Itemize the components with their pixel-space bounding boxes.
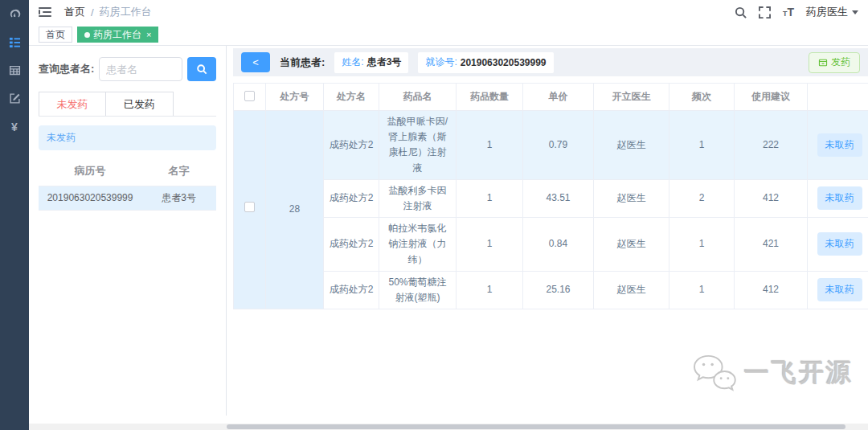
drug-name: 帕拉米韦氯化钠注射液（力纬） [379,218,457,272]
not-taken-button[interactable]: 未取药 [817,133,862,157]
not-taken-button[interactable]: 未取药 [817,278,862,301]
collapse-sidebar-icon[interactable] [39,7,51,17]
drug-qty: 1 [457,111,523,180]
prescription-no: 28 [266,111,324,309]
prescription-panel: < 当前患者: 姓名: 患者3号 就诊号: 2019063020539999 发… [230,46,868,416]
magnifier-icon [196,63,207,75]
fullscreen-icon[interactable] [759,6,771,18]
tab-pharmacy-label: 药房工作台 [93,28,141,42]
current-patient-bar: < 当前患者: 姓名: 患者3号 就诊号: 2019063020539999 发… [233,48,868,76]
rx-name: 成药处方2 [324,179,379,217]
breadcrumb-separator: / [91,6,94,18]
frequency: 1 [669,271,735,309]
sidebar-item-tables[interactable] [0,56,29,84]
dispense-icon [818,58,828,68]
doctor: 赵医生 [594,218,669,272]
col-advice: 使用建议 [735,84,808,111]
topnav-actions: TT 药房医生 [735,5,858,19]
user-menu[interactable]: 药房医生 [806,5,858,19]
sidebar-item-register[interactable] [0,84,29,113]
currency-yen-icon: ¥ [11,121,18,133]
doctor: 赵医生 [594,111,669,180]
edit-icon [9,92,21,104]
pharmacy-workstation-app: ¥ 首页 / 药房工作台 TT 药房医生 首页 药房工作台 [0,0,868,430]
row-checkbox[interactable] [244,202,255,212]
drug-qty: 1 [457,218,523,272]
sidebar-item-dashboard[interactable] [0,0,29,28]
patient-list-table: 病历号 名字 2019063020539999 患者3号 [39,157,216,211]
prescription-table: 处方号 处方名 药品名 药品数量 单价 开立医生 频次 使用建议 28 [233,83,868,309]
breadcrumb-current: 药房工作台 [100,5,152,19]
rx-name: 成药处方2 [324,111,379,180]
tab-home-label: 首页 [46,28,65,42]
patient-record-no: 2019063020539999 [39,186,141,210]
dispense-status-tabs: 未发药 已发药 [39,92,216,117]
patient-name: 患者3号 [141,186,216,210]
breadcrumb: 首页 / 药房工作台 [64,5,152,19]
frequency: 1 [669,111,735,180]
table-header-row: 处方号 处方名 药品名 药品数量 单价 开立医生 频次 使用建议 [234,84,868,111]
drug-row[interactable]: 成药处方2 盐酸利多卡因注射液 1 43.51 赵医生 2 412 未取药 [234,179,868,217]
sidebar-item-fees[interactable]: ¥ [0,113,29,141]
sidebar-item-pharmacy[interactable] [0,28,29,56]
tab-pharmacy-workstation[interactable]: 药房工作台 × [77,27,158,43]
col-qty: 药品数量 [457,84,523,111]
search-label: 查询患者名: [39,62,94,76]
col-patient-name: 名字 [141,157,216,186]
close-tab-icon[interactable]: × [146,31,151,39]
dispense-button[interactable]: 发药 [809,52,860,73]
drug-row[interactable]: 28 成药处方2 盐酸甲哌卡因/肾上腺素（斯康杜尼）注射液 1 0.79 赵医生… [234,111,868,180]
drug-name: 盐酸甲哌卡因/肾上腺素（斯康杜尼）注射液 [379,111,457,180]
top-navbar: 首页 / 药房工作台 TT 药房医生 [29,0,868,24]
active-dot-icon [84,32,90,38]
search-button[interactable] [187,57,216,81]
patient-row[interactable]: 2019063020539999 患者3号 [39,186,216,210]
usage-advice: 222 [735,111,808,180]
page-content: 查询患者名: 未发药 已发药 未发药 病历号 名字 [29,46,868,422]
usage-advice: 412 [735,271,808,309]
drug-qty: 1 [457,271,523,309]
current-patient-label: 当前患者: [280,55,325,70]
table-grid-icon [9,64,21,76]
patient-search-row: 查询患者名: [39,57,216,81]
doctor: 赵医生 [594,179,669,217]
tab-dispensed[interactable]: 已发药 [106,92,174,116]
dispense-label: 发药 [831,55,850,69]
col-action [808,84,868,111]
not-taken-button[interactable]: 未取药 [817,186,862,210]
col-drug-name: 药品名 [379,84,457,111]
col-price: 单价 [523,84,594,111]
drug-qty: 1 [457,179,523,217]
wechat-logo-icon [691,353,738,393]
col-rx-no: 处方号 [266,84,324,111]
drug-name: 盐酸利多卡因注射液 [379,179,457,217]
caret-down-icon [852,10,858,14]
col-freq: 频次 [669,84,735,111]
select-all-checkbox[interactable] [244,91,255,101]
scrollbar-thumb[interactable] [227,424,845,429]
watermark: 一飞开源 [691,353,854,393]
col-doctor: 开立医生 [594,84,669,111]
patient-name-input[interactable] [99,57,182,81]
watermark-text: 一飞开源 [744,356,854,390]
tab-home[interactable]: 首页 [39,27,72,43]
name-value: 患者3号 [367,55,402,69]
rx-name: 成药处方2 [324,218,379,272]
frequency: 2 [669,179,735,217]
drug-row[interactable]: 成药处方2 帕拉米韦氯化钠注射液（力纬） 1 0.84 赵医生 1 421 未取… [234,218,868,272]
breadcrumb-home[interactable]: 首页 [64,5,85,19]
drug-price: 0.84 [523,218,594,272]
horizontal-scrollbar[interactable] [29,424,868,430]
patient-query-panel: 查询患者名: 未发药 已发药 未发药 病历号 名字 [29,46,227,416]
tab-undispensed[interactable]: 未发药 [39,92,106,116]
font-size-icon[interactable]: TT [783,6,794,18]
usage-advice: 412 [735,179,808,217]
drug-price: 0.79 [523,111,594,180]
dashboard-icon [9,8,21,20]
back-button[interactable]: < [241,52,270,72]
drug-row[interactable]: 成药处方2 50%葡萄糖注射液(塑瓶) 1 25.16 赵医生 1 412 未取… [234,271,868,309]
name-label: 姓名: [342,55,363,69]
sidebar: ¥ [0,0,29,430]
not-taken-button[interactable]: 未取药 [817,232,862,256]
search-icon[interactable] [735,6,747,18]
